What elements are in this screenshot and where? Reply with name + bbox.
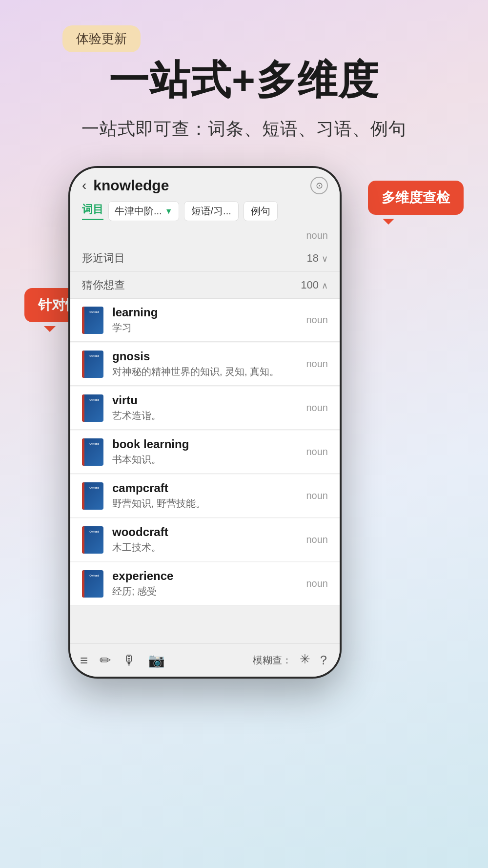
back-button[interactable]: ‹ xyxy=(82,178,86,193)
word-english-learning: learning xyxy=(112,306,298,319)
word-item-campcraft[interactable]: campcraft 野营知识, 野营技能。 noun xyxy=(70,475,340,517)
tab-dictionary-dropdown[interactable]: 牛津中阶... ▼ xyxy=(108,201,179,221)
book-icon-experience xyxy=(82,570,103,598)
word-english-book-learning: book learning xyxy=(112,437,298,451)
nav-bar: ‹ knowledge ⊙ xyxy=(82,177,328,194)
badge-text: 体验更新 xyxy=(76,31,127,46)
phone-inner: ‹ knowledge ⊙ 词目 牛津中阶... ▼ 短语/习... xyxy=(70,168,340,677)
camera-icon[interactable]: 📷 xyxy=(148,652,165,668)
word-chinese-gnosis: 对神秘的精神世界的知识, 灵知, 真知。 xyxy=(112,365,298,378)
guess-label: 猜你想查 xyxy=(82,278,125,292)
word-info-virtu: virtu 艺术造诣。 xyxy=(112,393,298,422)
word-chinese-experience: 经历; 感受 xyxy=(112,585,298,598)
word-pos-learning: noun xyxy=(306,314,328,326)
asterisk-icon[interactable]: ✳ xyxy=(300,652,310,669)
word-info-experience: experience 经历; 感受 xyxy=(112,569,298,598)
word-english-virtu: virtu xyxy=(112,393,298,407)
guess-count: 100 ∧ xyxy=(301,279,328,291)
book-icon-woodcraft xyxy=(82,526,103,554)
phone-mockup: ‹ knowledge ⊙ 词目 牛津中阶... ▼ 短语/习... xyxy=(68,166,342,679)
tab-words[interactable]: 词目 xyxy=(82,202,103,220)
word-pos-woodcraft: noun xyxy=(306,534,328,545)
mic-icon[interactable]: 🎙 xyxy=(122,652,136,668)
heading-title: 一站式+多维度 xyxy=(0,54,488,107)
dropdown-arrow-icon: ▼ xyxy=(165,207,173,216)
word-english-experience: experience xyxy=(112,569,298,583)
top-badge: 体验更新 xyxy=(62,25,141,52)
noun-label-top: noun xyxy=(70,226,340,245)
toolbar-right-icons: ✳ ？ xyxy=(300,652,330,669)
word-info-gnosis: gnosis 对神秘的精神世界的知识, 灵知, 真知。 xyxy=(112,350,298,378)
tab-dictionary-label: 牛津中阶... xyxy=(115,205,162,218)
word-info-learning: learning 学习 xyxy=(112,306,298,334)
similar-label: 形近词目 xyxy=(82,251,125,266)
section-guess[interactable]: 猜你想查 100 ∧ xyxy=(70,272,340,299)
callout-top-right-text: 多维度查检 xyxy=(382,190,450,205)
word-list: learning 学习 noun gnosis 对神秘的精神世界的知识, 灵知,… xyxy=(70,299,340,605)
word-chinese-book-learning: 书本知识。 xyxy=(112,453,298,466)
tab-examples-label: 例句 xyxy=(251,206,270,216)
phone-outer: ‹ knowledge ⊙ 词目 牛津中阶... ▼ 短语/习... xyxy=(68,166,342,679)
word-item-gnosis[interactable]: gnosis 对神秘的精神世界的知识, 灵知, 真知。 noun xyxy=(70,343,340,386)
word-english-woodcraft: woodcraft xyxy=(112,525,298,539)
word-pos-virtu: noun xyxy=(306,402,328,413)
word-info-campcraft: campcraft 野营知识, 野营技能。 xyxy=(112,481,298,510)
word-chinese-campcraft: 野营知识, 野营技能。 xyxy=(112,497,298,510)
word-item-book-learning[interactable]: book learning 书本知识。 noun xyxy=(70,431,340,474)
word-pos-gnosis: noun xyxy=(306,358,328,370)
fuzzy-search-label: 模糊查： xyxy=(253,654,292,667)
word-info-woodcraft: woodcraft 木工技术。 xyxy=(112,525,298,554)
toolbar-left: ≡ ✏ 🎙 📷 xyxy=(80,652,165,668)
word-chinese-learning: 学习 xyxy=(112,321,298,334)
similar-chevron: ∨ xyxy=(322,254,328,264)
phone-toolbar: ≡ ✏ 🎙 📷 模糊查： ✳ ？ xyxy=(70,643,340,677)
toolbar-right: 模糊查： ✳ ？ xyxy=(253,652,330,669)
pos-noun-top: noun xyxy=(306,230,328,241)
book-icon-book-learning xyxy=(82,438,103,466)
tab-examples[interactable]: 例句 xyxy=(244,201,278,221)
word-chinese-virtu: 艺术造诣。 xyxy=(112,409,298,422)
word-pos-campcraft: noun xyxy=(306,490,328,501)
section-similar[interactable]: 形近词目 18 ∨ xyxy=(70,245,340,272)
nav-right-button[interactable]: ⊙ xyxy=(310,177,328,194)
book-icon-virtu xyxy=(82,394,103,422)
word-item-learning[interactable]: learning 学习 noun xyxy=(70,299,340,342)
main-heading: 一站式+多维度 一站式即可查：词条、短语、习语、例句 xyxy=(0,54,488,141)
heading-subtitle: 一站式即可查：词条、短语、习语、例句 xyxy=(0,117,488,141)
phone-content: noun 形近词目 18 ∨ 猜你想查 100 ∧ xyxy=(70,226,340,643)
question-icon[interactable]: ？ xyxy=(317,652,330,669)
tabs-row: 词目 牛津中阶... ▼ 短语/习... 例句 xyxy=(82,201,328,226)
word-chinese-woodcraft: 木工技术。 xyxy=(112,541,298,554)
word-item-virtu[interactable]: virtu 艺术造诣。 noun xyxy=(70,387,340,430)
callout-top-right: 多维度查检 xyxy=(368,181,464,215)
word-english-gnosis: gnosis xyxy=(112,350,298,363)
word-pos-experience: noun xyxy=(306,578,328,589)
book-icon-learning xyxy=(82,307,103,334)
edit-icon[interactable]: ✏ xyxy=(100,652,111,668)
word-item-experience[interactable]: experience 经历; 感受 noun xyxy=(70,562,340,605)
nav-right-icon: ⊙ xyxy=(316,180,323,191)
guess-chevron: ∧ xyxy=(322,281,328,290)
tab-phrases-label: 短语/习... xyxy=(191,206,231,216)
phone-header: ‹ knowledge ⊙ 词目 牛津中阶... ▼ 短语/习... xyxy=(70,168,340,226)
search-word: knowledge xyxy=(93,177,169,194)
word-info-book-learning: book learning 书本知识。 xyxy=(112,437,298,466)
book-icon-gnosis xyxy=(82,351,103,378)
word-english-campcraft: campcraft xyxy=(112,481,298,495)
word-pos-book-learning: noun xyxy=(306,446,328,457)
similar-count: 18 ∨ xyxy=(306,252,328,265)
book-icon-campcraft xyxy=(82,482,103,510)
tab-phrases[interactable]: 短语/习... xyxy=(184,201,239,221)
word-item-woodcraft[interactable]: woodcraft 木工技术。 noun xyxy=(70,518,340,561)
menu-icon[interactable]: ≡ xyxy=(80,653,88,668)
